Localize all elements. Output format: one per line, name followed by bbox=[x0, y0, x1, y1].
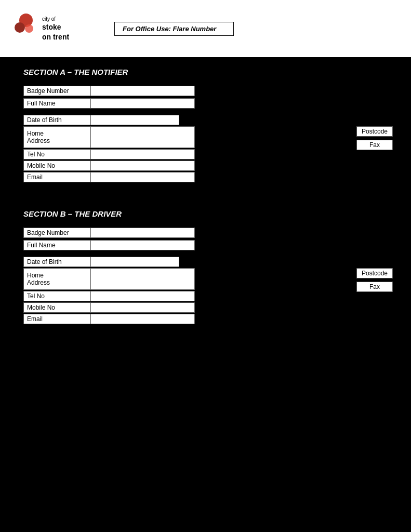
logo-city: city of bbox=[42, 16, 69, 22]
tel-no-row-a: Tel No bbox=[23, 149, 388, 159]
full-name-label-a: Full Name bbox=[23, 98, 91, 109]
mobile-no-row-b: Mobile No bbox=[23, 302, 388, 313]
badge-number-row-a: Badge Number bbox=[23, 86, 388, 96]
page: city of stoke on trent For Office Use: F… bbox=[0, 0, 411, 532]
section-a-fields-area: Date of Birth Home Address Tel No bbox=[23, 115, 388, 182]
email-label-a: Email bbox=[23, 172, 91, 182]
full-name-input-b[interactable] bbox=[91, 240, 195, 250]
mobile-no-label-a: Mobile No bbox=[23, 161, 91, 171]
section-b-title: SECTION B – THE DRIVER bbox=[23, 209, 388, 218]
full-name-input-a[interactable] bbox=[91, 98, 195, 109]
tel-no-input-a[interactable] bbox=[91, 149, 195, 159]
logo-text: city of stoke on trent bbox=[42, 16, 69, 41]
email-row-a: Email bbox=[23, 172, 388, 182]
fax-box-b[interactable]: Fax bbox=[356, 282, 393, 292]
full-name-row-a: Full Name bbox=[23, 98, 388, 109]
logo-name1: stoke bbox=[42, 22, 69, 32]
email-input-b[interactable] bbox=[91, 314, 195, 324]
mobile-no-label-b: Mobile No bbox=[23, 302, 91, 313]
section-a-title: SECTION A – THE NOTIFIER bbox=[23, 68, 388, 76]
section-a: SECTION A – THE NOTIFIER Badge Number Fu… bbox=[0, 57, 411, 199]
badge-number-label-a: Badge Number bbox=[23, 86, 91, 96]
svg-point-1 bbox=[15, 22, 25, 33]
section-a-top-fields: Badge Number Full Name bbox=[23, 86, 388, 110]
mobile-no-row-a: Mobile No bbox=[23, 161, 388, 171]
email-row-b: Email bbox=[23, 314, 388, 324]
home-address-label-a: Home Address bbox=[23, 126, 91, 148]
section-b: SECTION B – THE DRIVER Badge Number Full… bbox=[0, 199, 411, 341]
tel-no-label-b: Tel No bbox=[23, 291, 91, 301]
badge-number-row-b: Badge Number bbox=[23, 228, 388, 238]
svg-point-2 bbox=[25, 24, 33, 33]
postcode-box-a[interactable]: Postcode bbox=[356, 126, 393, 137]
dob-input-a[interactable] bbox=[91, 115, 179, 125]
tel-no-label-a: Tel No bbox=[23, 149, 91, 159]
postcode-fax-area-b: Postcode Fax bbox=[356, 268, 393, 292]
home-address-row-b: Home Address bbox=[23, 268, 388, 290]
email-input-a[interactable] bbox=[91, 172, 195, 182]
postcode-fax-area-a: Postcode Fax bbox=[356, 126, 393, 150]
home-address-input-b[interactable] bbox=[91, 268, 195, 290]
badge-number-label-b: Badge Number bbox=[23, 228, 91, 238]
mobile-no-input-a[interactable] bbox=[91, 161, 195, 171]
logo-area: city of stoke on trent bbox=[10, 13, 94, 44]
dob-label-a: Date of Birth bbox=[23, 115, 91, 125]
section-b-fields-area: Date of Birth Home Address Tel No bbox=[23, 257, 388, 324]
dob-input-b[interactable] bbox=[91, 257, 179, 267]
home-address-row-a: Home Address bbox=[23, 126, 388, 148]
header: city of stoke on trent For Office Use: F… bbox=[0, 0, 411, 57]
dob-row-a: Date of Birth bbox=[23, 115, 388, 125]
home-address-input-a[interactable] bbox=[91, 126, 195, 148]
mobile-no-input-b[interactable] bbox=[91, 302, 195, 313]
tel-no-input-b[interactable] bbox=[91, 291, 195, 301]
full-name-row-b: Full Name bbox=[23, 240, 388, 250]
fax-box-a[interactable]: Fax bbox=[356, 140, 393, 150]
badge-number-input-a[interactable] bbox=[91, 86, 195, 96]
home-address-label-b: Home Address bbox=[23, 268, 91, 290]
section-b-top-fields: Badge Number Full Name bbox=[23, 228, 388, 251]
badge-number-input-b[interactable] bbox=[91, 228, 195, 238]
logo-icon bbox=[10, 13, 39, 44]
content-area: SECTION A – THE NOTIFIER Badge Number Fu… bbox=[0, 57, 411, 341]
full-name-label-b: Full Name bbox=[23, 240, 91, 250]
email-label-b: Email bbox=[23, 314, 91, 324]
postcode-box-b[interactable]: Postcode bbox=[356, 268, 393, 278]
dob-row-b: Date of Birth bbox=[23, 257, 388, 267]
dob-label-b: Date of Birth bbox=[23, 257, 91, 267]
logo-name2: on trent bbox=[42, 32, 69, 42]
tel-no-row-b: Tel No bbox=[23, 291, 388, 301]
office-use-box[interactable]: For Office Use: Flare Number bbox=[114, 22, 234, 36]
